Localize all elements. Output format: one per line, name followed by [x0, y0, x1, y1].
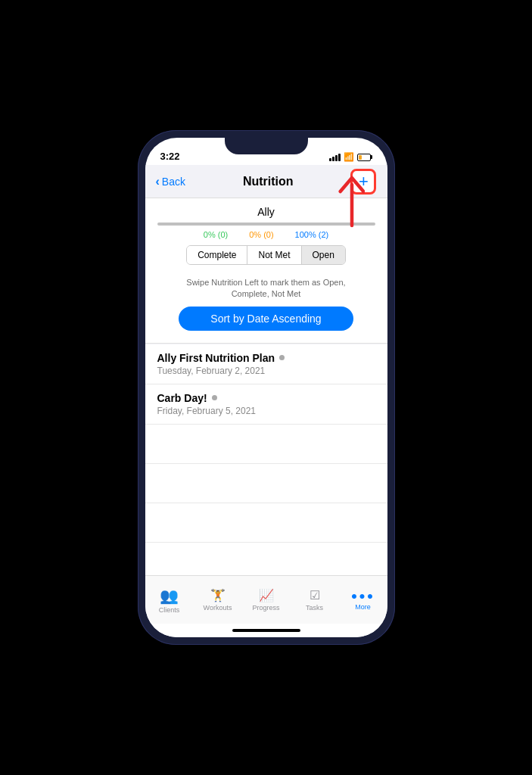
notch — [225, 138, 308, 154]
status-icons: 📶 — [329, 152, 372, 162]
stat-notmet: 0% (0) — [249, 230, 273, 239]
stat-open: 100% (2) — [295, 230, 329, 239]
swipe-hint: Swipe Nutrition Left to mark them as Ope… — [157, 272, 375, 307]
nutrition-list: Ally First Nutrition Plan Tuesday, Febru… — [145, 344, 387, 575]
home-indicator — [145, 624, 387, 637]
tasks-icon: ☑ — [310, 588, 320, 602]
summary-section: Ally 0% (0) 0% (0) 100% (2) Complete Not… — [145, 198, 387, 344]
clients-icon: 👥 — [160, 587, 179, 605]
status-dot — [279, 355, 285, 360]
progress-bar — [157, 223, 375, 226]
progress-open — [157, 223, 375, 226]
tab-more[interactable]: ●●● More — [339, 590, 387, 611]
progress-icon: 📈 — [259, 588, 274, 602]
client-name: Ally — [157, 206, 375, 218]
list-item[interactable]: Carb Day! Friday, February 5, 2021 — [145, 384, 387, 425]
signal-icon — [329, 154, 341, 161]
content-area: Ally 0% (0) 0% (0) 100% (2) Complete Not… — [145, 198, 387, 575]
chevron-left-icon: ‹ — [156, 175, 160, 188]
list-item-title: Ally First Nutrition Plan — [157, 352, 375, 364]
page-title: Nutrition — [243, 175, 294, 188]
empty-row — [145, 543, 387, 575]
tab-workouts[interactable]: 🏋 Workouts — [194, 588, 242, 612]
stats-row: 0% (0) 0% (0) 100% (2) — [157, 230, 375, 239]
tab-bar: 👥 Clients 🏋 Workouts 📈 Progress ☑ Tasks … — [145, 575, 387, 624]
wifi-icon: 📶 — [344, 152, 354, 162]
list-item-date: Tuesday, February 2, 2021 — [157, 366, 375, 376]
stat-complete: 0% (0) — [204, 230, 228, 239]
workouts-icon: 🏋 — [210, 588, 226, 602]
empty-row — [145, 464, 387, 503]
battery-icon — [357, 154, 372, 161]
list-item-title: Carb Day! — [157, 392, 375, 404]
back-button[interactable]: ‹ Back — [156, 175, 185, 188]
list-item[interactable]: Ally First Nutrition Plan Tuesday, Febru… — [145, 344, 387, 384]
home-bar — [232, 629, 300, 632]
list-item-date: Friday, February 5, 2021 — [157, 406, 375, 416]
empty-row — [145, 425, 387, 464]
tab-more-label: More — [355, 603, 371, 611]
filter-row: Complete Not Met Open — [186, 245, 346, 265]
tab-tasks-label: Tasks — [306, 604, 323, 612]
phone-frame: 3:22 📶 ‹ Bac — [138, 130, 395, 645]
sort-button[interactable]: Sort by Date Ascending — [179, 307, 353, 331]
phone-screen: 3:22 📶 ‹ Bac — [145, 138, 387, 637]
status-dot — [212, 395, 217, 400]
add-button[interactable]: + — [350, 169, 376, 195]
tab-clients-label: Clients — [159, 606, 180, 614]
filter-complete-button[interactable]: Complete — [187, 246, 247, 264]
tab-workouts-label: Workouts — [204, 604, 232, 612]
tab-tasks[interactable]: ☑ Tasks — [291, 588, 339, 612]
filter-notmet-button[interactable]: Not Met — [247, 246, 301, 264]
status-time: 3:22 — [160, 151, 180, 162]
nav-bar: ‹ Back Nutrition + — [145, 165, 387, 198]
tab-progress-label: Progress — [252, 604, 279, 612]
add-icon: + — [359, 173, 369, 190]
empty-row — [145, 503, 387, 543]
tab-clients[interactable]: 👥 Clients — [145, 587, 194, 614]
back-label: Back — [162, 176, 185, 188]
filter-open-button[interactable]: Open — [302, 246, 345, 264]
tab-progress[interactable]: 📈 Progress — [242, 588, 291, 612]
more-icon: ●●● — [351, 590, 375, 602]
